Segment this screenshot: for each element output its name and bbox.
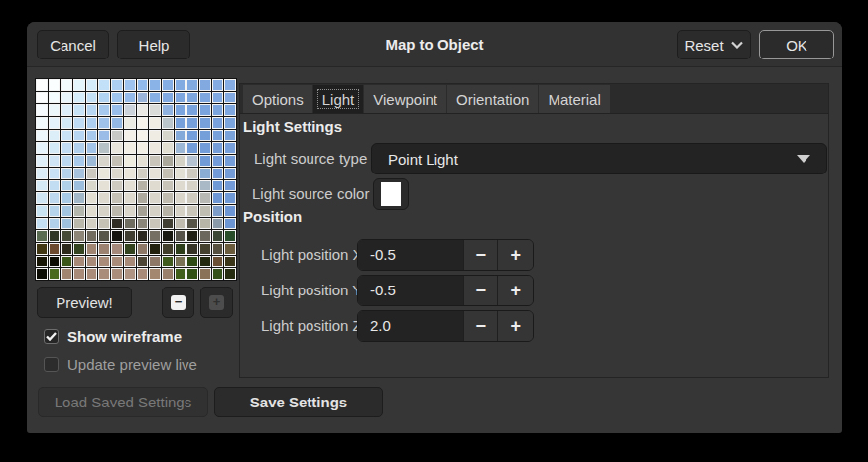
preview-tile <box>224 92 236 104</box>
preview-tile <box>111 205 123 217</box>
preview-tile <box>212 205 224 217</box>
show-wireframe-checkbox[interactable] <box>44 329 59 344</box>
light-position-x-increment[interactable]: + <box>497 240 533 270</box>
light-position-x-spinner: -0.5 − + <box>357 239 534 271</box>
preview-tile <box>149 230 161 242</box>
preview-tile <box>137 243 149 255</box>
save-settings-button[interactable]: Save Settings <box>214 387 383 417</box>
reset-button[interactable]: Reset <box>677 30 751 59</box>
preview-image-wireframe[interactable] <box>35 78 237 281</box>
preview-tile <box>199 192 211 204</box>
light-source-type-select[interactable]: Point Light <box>371 143 827 174</box>
preview-tile <box>98 218 110 230</box>
preview-tile <box>98 268 110 280</box>
preview-tile <box>224 192 236 204</box>
preview-tile <box>212 256 224 268</box>
screen-background: Cancel Help Map to Object Reset OK Previ… <box>0 0 868 462</box>
preview-tile <box>224 79 236 91</box>
preview-tile <box>224 268 236 280</box>
preview-tile <box>86 192 98 204</box>
preview-tile <box>49 142 61 154</box>
preview-tile <box>137 218 149 230</box>
preview-tile <box>98 192 110 204</box>
preview-tile <box>149 192 161 204</box>
preview-tile <box>73 243 85 255</box>
load-saved-settings-button[interactable]: Load Saved Settings <box>38 387 208 417</box>
preview-tile <box>98 130 110 142</box>
preview-tile <box>61 142 72 154</box>
preview-tile <box>186 268 198 280</box>
tab-options[interactable]: Options <box>243 85 312 113</box>
settings-notebook: Options Light Viewpoint Orientation Mate… <box>239 83 829 378</box>
preview-tile <box>162 243 174 255</box>
preview-tile <box>224 104 236 116</box>
light-position-x-decrement[interactable]: − <box>463 240 498 270</box>
preview-tile <box>61 130 72 142</box>
preview-tile <box>124 155 136 167</box>
light-position-y-decrement[interactable]: − <box>463 276 498 305</box>
preview-tile <box>49 218 61 230</box>
light-position-z-label: Light position Z <box>261 310 362 342</box>
preview-tile <box>73 142 85 154</box>
preview-tile <box>86 218 98 230</box>
light-position-y-increment[interactable]: + <box>497 276 533 305</box>
light-position-x-input[interactable]: -0.5 <box>358 240 463 270</box>
light-source-color-button[interactable] <box>373 178 409 210</box>
preview-tile <box>175 180 186 192</box>
preview-tile <box>61 218 72 230</box>
tab-orientation[interactable]: Orientation <box>447 85 538 113</box>
preview-tile <box>36 218 48 230</box>
light-position-y-input[interactable]: -0.5 <box>358 276 463 305</box>
light-position-z-input[interactable]: 2.0 <box>358 311 463 341</box>
preview-tile <box>98 256 110 268</box>
preview-tile <box>162 218 174 230</box>
preview-tile <box>149 130 161 142</box>
preview-tile <box>36 192 48 204</box>
preview-tile <box>175 256 186 268</box>
preview-tile <box>86 79 98 91</box>
preview-tile <box>199 168 211 179</box>
light-position-z-decrement[interactable]: − <box>463 311 498 341</box>
preview-tile <box>199 92 211 104</box>
preview-tile <box>124 192 136 204</box>
dialog-titlebar: Cancel Help Map to Object Reset OK <box>27 22 842 67</box>
light-position-z-increment[interactable]: + <box>497 311 533 341</box>
preview-tile <box>212 104 224 116</box>
update-preview-live-checkbox[interactable] <box>44 357 59 372</box>
preview-tile <box>124 243 136 255</box>
preview-tile <box>36 268 48 280</box>
preview-button[interactable]: Preview! <box>37 287 132 318</box>
preview-tile <box>199 104 211 116</box>
preview-tile <box>224 168 236 179</box>
tab-viewpoint[interactable]: Viewpoint <box>364 85 446 113</box>
preview-tile <box>149 168 161 179</box>
preview-tile <box>49 92 61 104</box>
update-preview-live-row: Update preview live <box>44 356 197 373</box>
preview-tile <box>124 256 136 268</box>
tab-light[interactable]: Light <box>313 85 364 113</box>
preview-tile <box>73 104 85 116</box>
preview-tile <box>137 142 149 154</box>
preview-tile <box>111 256 123 268</box>
ok-button[interactable]: OK <box>759 30 834 59</box>
preview-tile <box>212 130 224 142</box>
preview-tile <box>111 230 123 242</box>
preview-tile <box>199 142 211 154</box>
preview-tile <box>224 218 236 230</box>
preview-tile <box>137 79 149 91</box>
preview-tile <box>186 192 198 204</box>
preview-tile <box>73 192 85 204</box>
preview-tile <box>124 117 136 129</box>
preview-tile <box>175 205 186 217</box>
preview-tile <box>137 104 149 116</box>
preview-tile <box>49 130 61 142</box>
zoom-out-button[interactable]: − <box>162 287 194 318</box>
preview-tile <box>73 256 85 268</box>
preview-tile <box>186 104 198 116</box>
preview-tile <box>86 155 98 167</box>
tab-material[interactable]: Material <box>539 85 609 113</box>
preview-tile <box>36 142 48 154</box>
light-position-z-spinner: 2.0 − + <box>357 310 534 342</box>
zoom-in-button[interactable]: + <box>200 287 233 318</box>
show-wireframe-row: Show wireframe <box>44 328 182 345</box>
